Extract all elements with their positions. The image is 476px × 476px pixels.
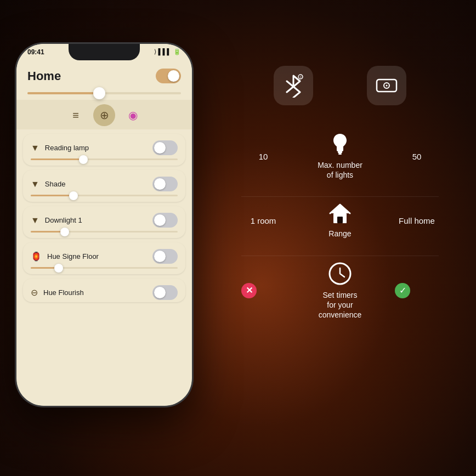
status-icons: ⟩ ▌▌▌ 🔋 [154,48,181,55]
range-min-value: 1 room [241,216,285,225]
svg-rect-5 [338,151,342,153]
home-toggle[interactable] [156,69,181,83]
phone-mockup: 09:41 ⟩ ▌▌▌ 🔋 Home ≡ [16,44,208,455]
timers-cross: ✕ [241,283,285,298]
lights-feature-label: Max. numberof lights [318,160,362,180]
master-slider-thumb[interactable] [93,87,105,99]
light-item-left-signe: 🏮 Hue Signe Floor [31,251,99,262]
light-item-reading-lamp: ▼ Reading lamp [23,134,185,166]
signe-thumb[interactable] [54,264,63,273]
lights-min-value: 10 [241,152,285,161]
light-item-downlight1: ▼ Downlight 1 [23,206,185,238]
downlight-fill [31,231,63,233]
bridge-icon [375,75,399,96]
phone-notch [69,44,140,60]
screen-home-title: Home [27,69,61,83]
range-feature-center: Range [302,202,378,239]
lights-max-value: 50 [395,152,439,161]
master-slider-fill [27,92,97,94]
lights-feature-center: Max. numberof lights [302,133,378,180]
downlight-slider[interactable] [23,230,185,238]
light-item-signe-floor: 🏮 Hue Signe Floor [23,242,185,274]
reading-lamp-name: Reading lamp [45,144,89,152]
tab-list[interactable]: ≡ [65,104,87,126]
shade-name: Shade [45,180,66,188]
downlight-name: Downlight 1 [45,216,82,224]
reading-lamp-thumb[interactable] [79,155,88,164]
location-icon: ⟩ [154,48,156,55]
top-icons-row: ® [225,55,455,127]
lights-feature-row: 10 Max. numberof lights 50 [225,127,455,196]
range-feature-label: Range [328,229,351,239]
bridge-icon-container [367,66,406,105]
timers-check: ✓ [395,283,439,298]
reading-lamp-toggle[interactable] [152,140,178,155]
downlight-icon: ▼ [31,216,39,225]
reading-lamp-track [31,158,178,160]
clock-icon [328,262,352,286]
signal-icon: ▌▌▌ [158,48,171,55]
svg-rect-8 [337,217,343,223]
tab-color[interactable]: ◉ [122,104,144,126]
phone-body: 09:41 ⟩ ▌▌▌ 🔋 Home ≡ [16,44,192,406]
light-item-left-downlight: ▼ Downlight 1 [31,216,82,225]
signe-name: Hue Signe Floor [47,252,99,260]
bluetooth-icon-container: ® [274,66,313,105]
signe-toggle[interactable] [152,249,178,264]
downlight-track [31,231,178,233]
tab-grid[interactable]: ⊕ [93,104,115,126]
light-item-header-shade: ▼ Shade [23,170,185,194]
battery-icon: 🔋 [173,48,181,55]
home-icon [328,202,352,224]
signe-icon: 🏮 [31,251,42,262]
status-time: 09:41 [27,47,44,56]
downlight-toggle[interactable] [152,213,178,228]
bluetooth-icon: ® [284,73,303,98]
light-item-flourish: ⊖ Hue Flourish [23,279,185,302]
shade-slider[interactable] [23,194,185,202]
reading-lamp-icon: ▼ [31,143,39,153]
tab-bar: ≡ ⊕ ◉ [16,100,192,129]
master-slider-track [27,92,181,94]
cross-badge: ✕ [241,283,257,298]
flourish-toggle[interactable] [152,285,178,300]
light-item-header-signe: 🏮 Hue Signe Floor [23,242,185,266]
light-item-left-shade: ▼ Shade [31,179,65,189]
features-panel: ® 10 Max. numberof lights 50 1 [225,55,455,417]
flourish-name: Hue Flourish [43,288,84,297]
range-max-value: Full home [395,216,439,225]
shade-icon: ▼ [31,179,39,189]
check-badge: ✓ [395,283,410,298]
light-item-left-flourish: ⊖ Hue Flourish [31,287,84,298]
shade-fill [31,195,72,196]
timers-feature-row: ✕ Set timersfor yourconvenience ✓ [225,256,455,337]
shade-thumb[interactable] [69,191,78,200]
light-item-header-flourish: ⊖ Hue Flourish [23,279,185,302]
reading-lamp-slider[interactable] [23,157,185,166]
light-item-left: ▼ Reading lamp [31,143,89,153]
signe-fill [31,267,57,269]
light-item-shade: ▼ Shade [23,170,185,202]
svg-text:®: ® [299,76,302,79]
phone-screen: 09:41 ⟩ ▌▌▌ 🔋 Home ≡ [16,44,192,406]
light-item-header-downlight: ▼ Downlight 1 [23,206,185,230]
downlight-thumb[interactable] [60,228,69,236]
bulb-icon [332,133,348,156]
shade-toggle[interactable] [152,177,178,191]
range-feature-row: 1 room Range Full home [225,197,455,255]
timers-feature-center: Set timersfor yourconvenience [302,262,378,320]
master-brightness-slider[interactable] [16,90,192,100]
flourish-icon: ⊖ [31,287,38,298]
svg-rect-6 [338,153,342,155]
reading-lamp-fill [31,158,82,160]
light-list: ▼ Reading lamp [16,129,192,307]
signe-slider[interactable] [23,266,185,274]
shade-track [31,195,178,196]
light-item-header: ▼ Reading lamp [23,134,185,157]
signe-track [31,267,178,269]
timers-feature-label: Set timersfor yourconvenience [319,290,362,320]
svg-point-4 [386,85,388,87]
